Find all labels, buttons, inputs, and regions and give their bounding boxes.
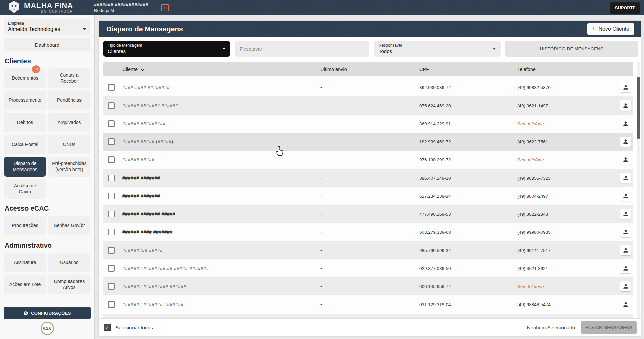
client-name[interactable]: ###### ####### [120,175,318,181]
row-checkbox[interactable] [108,175,115,181]
client-name[interactable]: ###### ####### ##### [120,211,318,217]
row-checkbox[interactable] [108,229,115,235]
client-name[interactable]: ###### ##### (#####) [120,139,318,144]
client-name[interactable]: #### #### ######## [120,85,318,90]
search-input[interactable] [235,41,369,57]
message-history-button[interactable]: HISTÓRICO DE MENSAGENS [505,41,638,57]
row-checkbox[interactable] [108,211,115,217]
row-checkbox[interactable] [108,84,115,91]
column-ultimo-envio: Último envio [318,67,417,72]
table-row[interactable]: ###### #### ####### - 503.279.339-68 (49… [103,223,633,241]
client-cpf: 031.129.319-04 [417,302,515,307]
scrollbar-thumb[interactable] [637,77,640,139]
table-row[interactable]: ###### ####### ###### - 075.624.469-20 (… [103,96,633,115]
sidebar-item-computadores-ativos[interactable]: Computadores Ativos [48,275,90,294]
client-phone: (49) 3621-3921 [515,266,615,271]
client-name[interactable]: ###### ####### [120,193,318,199]
table-row[interactable]: ###### ##### - 976.130.299-72 Sem telefo… [103,151,633,169]
client-name[interactable]: ###### ####### ###### [120,103,318,108]
column-cliente[interactable]: Cliente [120,66,318,72]
client-phone: Sem telefone [515,284,615,289]
sidebar-item-analise-de-caixa[interactable]: Análise de Caixa [4,179,46,199]
send-messages-button[interactable]: ENVIAR MENSAGENS [581,321,637,334]
person-icon[interactable] [620,245,631,255]
person-icon[interactable] [620,209,631,219]
table-row[interactable] [103,314,633,318]
sidebar-item-acoes-em-lote[interactable]: Ações em Lote [4,275,46,294]
sidebar-item-dashboard[interactable]: Dashboard [4,38,90,51]
sidebar-item-caixa-postal[interactable]: Caixa Postal [4,135,46,154]
section-heading-clientes: Clientes [5,57,90,65]
person-icon[interactable] [620,119,631,129]
last-sent-value: - [318,157,417,162]
message-type-label: Tipo de Mensagem [108,43,226,48]
person-icon[interactable] [620,155,631,165]
client-cpf: 369.914.229-91 [417,121,515,126]
sidebar-item-cnds[interactable]: CNDs [48,135,90,154]
section-heading-acesso-ecac: Acesso eCAC [5,205,90,212]
message-type-dropdown[interactable]: Tipo de Mensagem Clientes [103,41,230,57]
person-icon[interactable] [620,281,631,291]
sidebar-item-arquivados[interactable]: Arquivados [48,113,90,132]
client-name[interactable]: ###### #### ####### [120,229,318,235]
check-icon[interactable]: ✓ [104,324,111,331]
sidebar-item-processamento[interactable]: Processamento [4,90,46,110]
company-select[interactable]: Empresa Almeida Technologies [4,19,90,35]
sidebar-item-senhas-gov-br[interactable]: Senhas Gov.br [48,216,90,235]
client-name[interactable]: ####### ######### ###### [120,284,318,289]
client-name[interactable]: ######### ##### [120,248,318,253]
client-name[interactable]: ###### ######### [120,121,318,126]
new-client-button[interactable]: + Novo Cliente [587,23,634,35]
row-checkbox[interactable] [108,301,115,308]
vertical-scrollbar[interactable] [637,62,640,318]
client-cpf: 985.799.599-34 [417,248,515,253]
table-row[interactable]: ###### ##### (#####) - 182.999.469-72 (4… [103,133,633,151]
row-checkbox[interactable] [108,120,115,127]
table-row[interactable]: ###### ####### ##### - 477.490.169-53 (4… [103,205,633,223]
row-checkbox[interactable] [108,265,115,272]
row-checkbox[interactable] [108,193,115,199]
table-row[interactable]: ####### ####### ####### - 031.129.319-04… [103,295,633,314]
last-sent-value: - [318,121,417,126]
person-icon[interactable] [620,100,631,111]
table-row[interactable]: #### #### ######## - 892.939.089-72 (49)… [103,78,633,96]
person-icon[interactable] [620,82,631,92]
table-row[interactable]: ####### ######### ###### - 000.145.959-7… [103,277,633,295]
table-row[interactable]: ###### ####### - 627.234.139-34 (49) 880… [103,187,633,205]
select-all-checkbox[interactable]: ✓ Selecionar todos [104,324,153,331]
row-checkbox[interactable] [108,283,115,290]
support-button[interactable]: SUPORTE [610,2,640,14]
settings-button[interactable]: ⚙ CONFIGURAÇÕES [4,307,91,319]
sidebar-item-contas-a-receber[interactable]: Contas a Receber [48,68,90,88]
row-checkbox[interactable] [108,138,115,145]
responsible-dropdown[interactable]: Responsável Todos [374,41,501,57]
close-session-icon[interactable]: ✕ [161,4,169,11]
sidebar-item-usuarios[interactable]: Usuários [48,253,90,272]
client-name[interactable]: ####### ######## ## ##### ####### [120,266,318,271]
sidebar-item-documentos[interactable]: Documentos13 [4,68,46,88]
table-row[interactable]: ####### ######## ## ##### ####### - 029.… [103,259,633,277]
sidebar-item-debitos[interactable]: Débitos [4,113,46,132]
sidebar-item-assinatura[interactable]: Assinatura [4,253,46,272]
person-icon[interactable] [620,299,631,310]
logo-subtitle: DO CONTADOR [24,10,73,13]
select-all-label: Selecionar todos [115,325,153,330]
person-icon[interactable] [620,263,631,273]
row-checkbox[interactable] [108,102,115,109]
sidebar-item-disparo-de-mensagens[interactable]: Disparo de Mensagens [4,157,46,177]
person-icon[interactable] [620,173,631,183]
sidebar-item-procuracoes[interactable]: Procurações [4,216,46,235]
panel-header: Disparo de Mensagens + Novo Cliente [99,21,641,37]
sidebar-item-pendencias[interactable]: Pendências [48,90,90,110]
row-checkbox[interactable] [108,247,115,254]
table-row[interactable]: ###### ####### - 386.407.249-20 (49) 988… [103,169,633,187]
table-row[interactable]: ###### ######### - 369.914.229-91 Sem te… [103,115,633,133]
client-name[interactable]: ###### ##### [120,157,318,162]
client-name[interactable]: ####### ####### ####### [120,302,318,307]
person-icon[interactable] [620,137,631,147]
row-checkbox[interactable] [108,156,115,163]
person-icon[interactable] [620,227,631,237]
person-icon[interactable] [620,191,631,201]
table-row[interactable]: ######### ##### - 985.799.599-34 (49) 99… [103,241,633,259]
sidebar-item-pre-preenchidas-versao-beta[interactable]: Pré-preenchidas (versão beta) [48,157,90,177]
